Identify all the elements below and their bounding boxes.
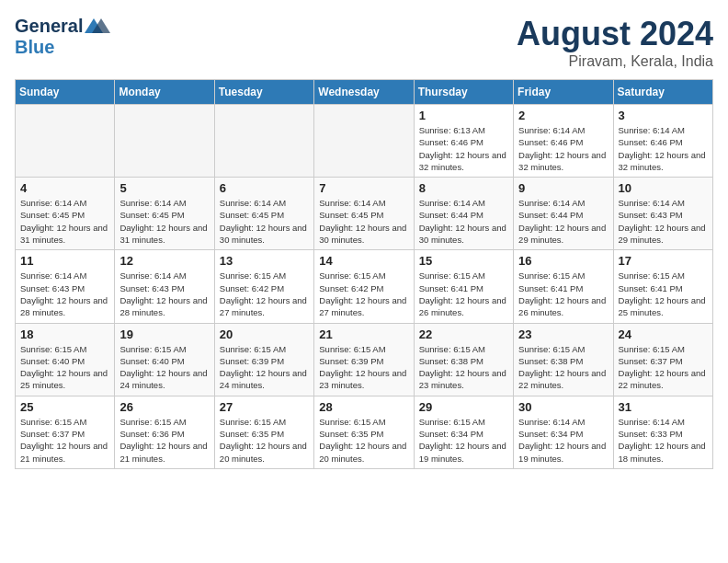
day-number: 3 (619, 109, 708, 122)
calendar-cell: 17Sunrise: 6:15 AMSunset: 6:41 PMDayligh… (613, 250, 712, 323)
calendar-header-row: SundayMondayTuesdayWednesdayThursdayFrid… (16, 80, 713, 105)
day-info: Sunrise: 6:15 AMSunset: 6:41 PMDaylight:… (619, 270, 708, 318)
calendar-cell: 27Sunrise: 6:15 AMSunset: 6:35 PMDayligh… (214, 396, 313, 468)
calendar-cell: 29Sunrise: 6:15 AMSunset: 6:34 PMDayligh… (414, 396, 513, 468)
title-block: August 2024 Piravam, Kerala, India (517, 15, 713, 70)
day-info: Sunrise: 6:14 AMSunset: 6:45 PMDaylight:… (20, 197, 109, 246)
page-header: General Blue August 2024 Piravam, Kerala… (15, 15, 713, 70)
calendar-week-5: 25Sunrise: 6:15 AMSunset: 6:37 PMDayligh… (16, 396, 713, 468)
logo-icon (85, 15, 110, 37)
calendar-cell: 20Sunrise: 6:15 AMSunset: 6:39 PMDayligh… (214, 323, 313, 396)
day-info: Sunrise: 6:15 AMSunset: 6:41 PMDaylight:… (518, 270, 608, 318)
day-number: 4 (20, 181, 109, 195)
day-number: 23 (518, 327, 608, 341)
day-info: Sunrise: 6:14 AMSunset: 6:45 PMDaylight:… (119, 197, 209, 246)
day-info: Sunrise: 6:14 AMSunset: 6:45 PMDaylight:… (220, 197, 309, 246)
calendar-week-1: 1Sunrise: 6:13 AMSunset: 6:46 PMDaylight… (16, 105, 713, 178)
day-number: 1 (419, 109, 508, 122)
day-info: Sunrise: 6:14 AMSunset: 6:43 PMDaylight:… (619, 197, 708, 246)
calendar-cell: 19Sunrise: 6:15 AMSunset: 6:40 PMDayligh… (115, 323, 214, 396)
day-info: Sunrise: 6:15 AMSunset: 6:39 PMDaylight:… (220, 343, 309, 392)
calendar-cell: 12Sunrise: 6:14 AMSunset: 6:43 PMDayligh… (115, 250, 214, 323)
day-info: Sunrise: 6:15 AMSunset: 6:35 PMDaylight:… (319, 416, 408, 465)
day-info: Sunrise: 6:15 AMSunset: 6:38 PMDaylight:… (419, 343, 508, 392)
month-title: August 2024 (517, 15, 713, 53)
day-number: 25 (20, 400, 109, 414)
logo: General Blue (15, 15, 110, 58)
day-number: 22 (419, 327, 508, 341)
day-number: 15 (419, 254, 508, 268)
day-info: Sunrise: 6:15 AMSunset: 6:35 PMDaylight:… (220, 416, 309, 465)
calendar-cell: 8Sunrise: 6:14 AMSunset: 6:44 PMDaylight… (414, 178, 513, 250)
calendar-cell (16, 105, 115, 178)
day-number: 12 (119, 254, 209, 268)
calendar-cell: 26Sunrise: 6:15 AMSunset: 6:36 PMDayligh… (115, 396, 214, 468)
col-header-sunday: Sunday (16, 80, 115, 105)
day-info: Sunrise: 6:15 AMSunset: 6:42 PMDaylight:… (220, 270, 309, 318)
day-info: Sunrise: 6:14 AMSunset: 6:46 PMDaylight:… (619, 124, 708, 173)
calendar-week-3: 11Sunrise: 6:14 AMSunset: 6:43 PMDayligh… (16, 250, 713, 323)
calendar-cell: 30Sunrise: 6:14 AMSunset: 6:34 PMDayligh… (514, 396, 613, 468)
day-info: Sunrise: 6:14 AMSunset: 6:33 PMDaylight:… (619, 416, 708, 465)
calendar-cell: 25Sunrise: 6:15 AMSunset: 6:37 PMDayligh… (16, 396, 115, 468)
day-number: 18 (20, 327, 109, 341)
day-info: Sunrise: 6:14 AMSunset: 6:44 PMDaylight:… (518, 197, 608, 246)
calendar-cell: 10Sunrise: 6:14 AMSunset: 6:43 PMDayligh… (613, 178, 712, 250)
calendar-cell: 28Sunrise: 6:15 AMSunset: 6:35 PMDayligh… (314, 396, 414, 468)
day-info: Sunrise: 6:14 AMSunset: 6:34 PMDaylight:… (518, 416, 608, 465)
calendar-cell: 13Sunrise: 6:15 AMSunset: 6:42 PMDayligh… (214, 250, 313, 323)
calendar-cell: 11Sunrise: 6:14 AMSunset: 6:43 PMDayligh… (16, 250, 115, 323)
day-number: 8 (419, 181, 508, 195)
calendar-cell: 2Sunrise: 6:14 AMSunset: 6:46 PMDaylight… (514, 105, 613, 178)
day-info: Sunrise: 6:14 AMSunset: 6:43 PMDaylight:… (119, 270, 209, 318)
day-info: Sunrise: 6:15 AMSunset: 6:37 PMDaylight:… (619, 343, 708, 392)
day-number: 9 (518, 181, 608, 195)
day-number: 5 (119, 181, 209, 195)
calendar-cell: 7Sunrise: 6:14 AMSunset: 6:45 PMDaylight… (314, 178, 414, 250)
calendar-cell: 31Sunrise: 6:14 AMSunset: 6:33 PMDayligh… (613, 396, 712, 468)
day-info: Sunrise: 6:14 AMSunset: 6:46 PMDaylight:… (518, 124, 608, 173)
day-number: 21 (319, 327, 408, 341)
day-number: 16 (518, 254, 608, 268)
logo-blue-text: Blue (15, 37, 54, 57)
calendar-cell: 18Sunrise: 6:15 AMSunset: 6:40 PMDayligh… (16, 323, 115, 396)
calendar-cell (115, 105, 214, 178)
day-number: 31 (619, 400, 708, 414)
calendar-cell: 1Sunrise: 6:13 AMSunset: 6:46 PMDaylight… (414, 105, 513, 178)
day-info: Sunrise: 6:15 AMSunset: 6:41 PMDaylight:… (419, 270, 508, 318)
day-number: 13 (220, 254, 309, 268)
calendar-cell: 21Sunrise: 6:15 AMSunset: 6:39 PMDayligh… (314, 323, 414, 396)
calendar-cell: 5Sunrise: 6:14 AMSunset: 6:45 PMDaylight… (115, 178, 214, 250)
calendar-cell: 4Sunrise: 6:14 AMSunset: 6:45 PMDaylight… (16, 178, 115, 250)
col-header-saturday: Saturday (613, 80, 712, 105)
day-info: Sunrise: 6:15 AMSunset: 6:38 PMDaylight:… (518, 343, 608, 392)
col-header-monday: Monday (115, 80, 214, 105)
calendar-cell: 23Sunrise: 6:15 AMSunset: 6:38 PMDayligh… (514, 323, 613, 396)
calendar-cell: 24Sunrise: 6:15 AMSunset: 6:37 PMDayligh… (613, 323, 712, 396)
day-number: 14 (319, 254, 408, 268)
calendar-cell: 22Sunrise: 6:15 AMSunset: 6:38 PMDayligh… (414, 323, 513, 396)
day-info: Sunrise: 6:14 AMSunset: 6:44 PMDaylight:… (419, 197, 508, 246)
calendar-cell: 9Sunrise: 6:14 AMSunset: 6:44 PMDaylight… (514, 178, 613, 250)
day-number: 29 (419, 400, 508, 414)
col-header-friday: Friday (514, 80, 613, 105)
col-header-tuesday: Tuesday (214, 80, 313, 105)
day-number: 30 (518, 400, 608, 414)
day-info: Sunrise: 6:15 AMSunset: 6:39 PMDaylight:… (319, 343, 408, 392)
day-number: 24 (619, 327, 708, 341)
day-number: 6 (220, 181, 309, 195)
day-number: 7 (319, 181, 408, 195)
col-header-thursday: Thursday (414, 80, 513, 105)
logo-general: General (15, 16, 83, 37)
day-info: Sunrise: 6:15 AMSunset: 6:36 PMDaylight:… (119, 416, 209, 465)
col-header-wednesday: Wednesday (314, 80, 414, 105)
calendar-table: SundayMondayTuesdayWednesdayThursdayFrid… (15, 79, 713, 469)
calendar-cell: 6Sunrise: 6:14 AMSunset: 6:45 PMDaylight… (214, 178, 313, 250)
day-info: Sunrise: 6:15 AMSunset: 6:42 PMDaylight:… (319, 270, 408, 318)
calendar-week-2: 4Sunrise: 6:14 AMSunset: 6:45 PMDaylight… (16, 178, 713, 250)
day-number: 10 (619, 181, 708, 195)
day-info: Sunrise: 6:15 AMSunset: 6:40 PMDaylight:… (119, 343, 209, 392)
day-info: Sunrise: 6:14 AMSunset: 6:43 PMDaylight:… (20, 270, 109, 318)
calendar-cell (314, 105, 414, 178)
day-info: Sunrise: 6:15 AMSunset: 6:34 PMDaylight:… (419, 416, 508, 465)
